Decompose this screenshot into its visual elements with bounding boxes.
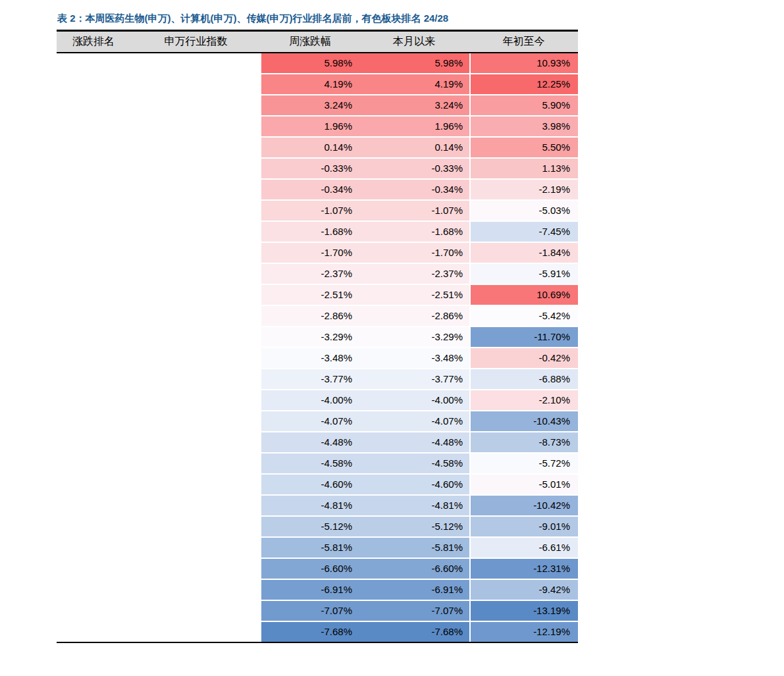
table-header-row: 涨跌排名 申万行业指数 周涨跌幅 本月以来 年初至今 [57,30,578,53]
month-to-date-cell: 3.24% [359,95,469,115]
rank-cell [57,327,130,347]
rank-cell [57,95,130,115]
rank-cell [57,517,130,536]
industry-rank-table: 涨跌排名 申万行业指数 周涨跌幅 本月以来 年初至今 5.98%5.98%10.… [57,30,578,643]
rank-cell [57,454,130,473]
week-change-cell: -5.81% [261,538,359,558]
rank-cell [57,53,130,73]
index-name-cell [130,559,261,579]
rank-cell [57,138,130,157]
table-row: -5.81%-5.81%-6.61% [57,538,578,558]
month-to-date-cell: -2.86% [359,306,469,326]
table-row: -0.33%-0.33%1.13% [57,159,578,178]
rank-cell [57,496,130,515]
table-row: -2.37%-2.37%-5.91% [57,264,578,284]
index-name-cell [130,180,261,199]
index-name-cell [130,369,261,389]
month-to-date-cell: -4.60% [359,475,469,494]
table-row: -3.29%-3.29%-11.70% [57,327,578,347]
year-to-date-cell: -7.45% [471,222,578,242]
month-to-date-cell: -3.29% [359,327,469,347]
table-bottom-border [57,642,578,643]
table-row: -1.70%-1.70%-1.84% [57,243,578,263]
week-change-cell: -4.58% [261,454,359,473]
week-change-cell: -1.07% [261,201,359,221]
index-name-cell [130,454,261,473]
index-name-cell [130,538,261,558]
table-row: -0.34%-0.34%-2.19% [57,180,578,199]
rank-cell [57,559,130,579]
week-change-cell: 1.96% [261,117,359,136]
week-change-cell: -4.60% [261,475,359,494]
year-to-date-cell: -6.88% [471,369,578,389]
header-cell-index-name: 申万行业指数 [130,35,261,49]
rank-cell [57,622,130,642]
rank-cell [57,580,130,600]
year-to-date-cell: 3.98% [471,117,578,136]
week-change-cell: -1.70% [261,243,359,263]
month-to-date-cell: -5.12% [359,517,469,536]
table-row: -7.68%-7.68%-12.19% [57,622,578,642]
table-row: -1.68%-1.68%-7.45% [57,222,578,242]
year-to-date-cell: -5.42% [471,306,578,326]
year-to-date-cell: -11.70% [471,327,578,347]
month-to-date-cell: 1.96% [359,117,469,136]
week-change-cell: -7.07% [261,601,359,621]
year-to-date-cell: 10.93% [471,53,578,73]
week-change-cell: 4.19% [261,74,359,94]
year-to-date-cell: -8.73% [471,432,578,452]
index-name-cell [130,432,261,452]
header-cell-rank: 涨跌排名 [57,35,130,49]
month-to-date-cell: -4.81% [359,496,469,515]
rank-cell [57,201,130,221]
index-name-cell [130,348,261,368]
table-row: 1.96%1.96%3.98% [57,117,578,136]
week-change-cell: -6.60% [261,559,359,579]
week-change-cell: -0.34% [261,180,359,199]
year-to-date-cell: -6.61% [471,538,578,558]
year-to-date-cell: -5.03% [471,201,578,221]
week-change-cell: -7.68% [261,622,359,642]
year-to-date-cell: -9.42% [471,580,578,600]
week-change-cell: -1.68% [261,222,359,242]
table-row: -4.07%-4.07%-10.43% [57,411,578,431]
month-to-date-cell: -4.58% [359,454,469,473]
month-to-date-cell: -0.34% [359,180,469,199]
month-to-date-cell: -2.37% [359,264,469,284]
month-to-date-cell: -7.68% [359,622,469,642]
index-name-cell [130,222,261,242]
rank-cell [57,222,130,242]
table-row: 4.19%4.19%12.25% [57,74,578,94]
month-to-date-cell: -4.07% [359,411,469,431]
table-row: 5.98%5.98%10.93% [57,53,578,73]
rank-cell [57,432,130,452]
month-to-date-cell: -1.70% [359,243,469,263]
week-change-cell: -3.48% [261,348,359,368]
week-change-cell: -4.81% [261,496,359,515]
rank-cell [57,369,130,389]
week-change-cell: -2.51% [261,285,359,305]
month-to-date-cell: -1.68% [359,222,469,242]
table-row: -4.58%-4.58%-5.72% [57,454,578,473]
month-to-date-cell: -3.48% [359,348,469,368]
table-row: -4.48%-4.48%-8.73% [57,432,578,452]
rank-cell [57,475,130,494]
table-row: -4.00%-4.00%-2.10% [57,390,578,410]
rank-cell [57,180,130,199]
index-name-cell [130,306,261,326]
month-to-date-cell: -2.51% [359,285,469,305]
index-name-cell [130,159,261,178]
rank-cell [57,348,130,368]
week-change-cell: -5.12% [261,517,359,536]
rank-cell [57,306,130,326]
rank-cell [57,538,130,558]
year-to-date-cell: -10.43% [471,411,578,431]
rank-cell [57,264,130,284]
table-caption: 表 2：本周医药生物(申万)、计算机(申万)、传媒(申万)行业排名居前，有色板块… [57,13,448,25]
rank-cell [57,117,130,136]
index-name-cell [130,95,261,115]
index-name-cell [130,517,261,536]
rank-cell [57,390,130,410]
rank-cell [57,243,130,263]
week-change-cell: -0.33% [261,159,359,178]
